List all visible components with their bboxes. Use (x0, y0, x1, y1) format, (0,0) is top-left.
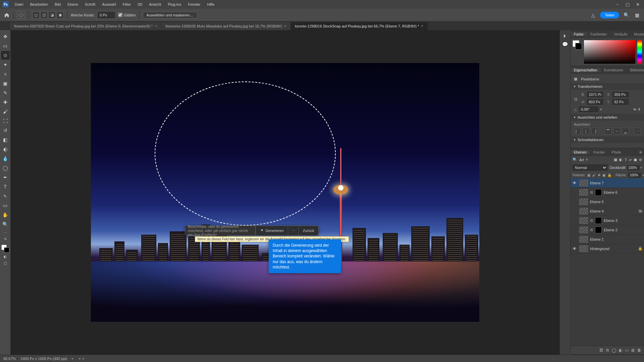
maximize-icon[interactable]: ▢ (624, 2, 631, 7)
antialias-checkbox[interactable] (118, 13, 122, 17)
search-icon[interactable]: 🔍 (623, 11, 630, 19)
filter-smart-icon[interactable]: ▣ (634, 158, 637, 162)
layer-row[interactable]: Ebene 4fx (571, 206, 644, 216)
eraser-tool-icon[interactable]: ◧ (1, 135, 10, 144)
layer-row[interactable]: 👁Hintergrund🔒 (571, 244, 644, 253)
layer-row[interactable]: ⛓Ebene 3 (571, 216, 644, 225)
filter-pixel-icon[interactable]: ▦ (614, 158, 617, 162)
generate-button[interactable]: Generieren (256, 226, 288, 235)
opacity-dropdown-icon[interactable]: ▾ (640, 166, 642, 169)
menu-item-bild[interactable]: Bild (51, 1, 64, 8)
shape-tool-icon[interactable]: ▭ (1, 201, 10, 210)
panel-tab[interactable]: Korrekturen (601, 68, 627, 72)
align-top-icon[interactable]: ▔ (605, 128, 611, 134)
visibility-toggle-icon[interactable]: 👁 (572, 181, 577, 185)
panel-tab[interactable]: Kanäle (590, 150, 608, 154)
filter-toggle-icon[interactable]: ⊘ (639, 158, 642, 162)
comments-panel-icon[interactable]: 💬 (562, 42, 568, 47)
hue-strip[interactable] (637, 40, 642, 64)
height-input[interactable] (587, 99, 603, 105)
panel-tab[interactable]: Muster (631, 32, 644, 36)
fill-input[interactable] (629, 173, 641, 178)
nav-next-icon[interactable]: ▸ (83, 356, 85, 361)
filter-adjust-icon[interactable]: ◐ (619, 158, 623, 162)
healing-tool-icon[interactable]: ✚ (1, 98, 10, 107)
delete-layer-icon[interactable]: 🗑 (637, 348, 641, 353)
back-button[interactable]: Zurück (299, 226, 318, 235)
panel-tab[interactable]: Verläufe (610, 32, 631, 36)
path-select-tool-icon[interactable]: ↖ (1, 192, 10, 200)
layer-mask-icon[interactable]: ◯ (612, 348, 616, 353)
angle-dropdown-icon[interactable]: ▾ (600, 107, 602, 112)
align-left-icon[interactable]: ▏ (574, 128, 581, 134)
tool-preset-icon[interactable] (17, 11, 25, 19)
document-canvas[interactable]: Beschreibe, was du generieren möchtest, … (91, 63, 479, 322)
history-brush-tool-icon[interactable]: ↺ (1, 126, 10, 135)
color-picker[interactable] (571, 38, 644, 66)
more-tools-icon[interactable]: ⋯ (1, 229, 10, 235)
hand-tool-icon[interactable]: ✋ (1, 210, 10, 219)
share-button[interactable]: Teilen (600, 12, 619, 18)
move-tool-icon[interactable]: ✥ (1, 32, 10, 41)
lasso-tool-icon[interactable]: ⊙ (1, 51, 10, 60)
edit-toolbar-icon[interactable]: ✎ (1, 236, 10, 242)
panel-tab[interactable]: Bibliotheken (627, 68, 644, 72)
quickmask-icon[interactable]: ◐ (1, 253, 10, 259)
panel-tab[interactable]: Farbfelder (587, 32, 610, 36)
align-hcenter-icon[interactable]: │ (583, 128, 589, 134)
intersect-selection-icon[interactable]: ▣ (56, 11, 64, 19)
menu-item-datei[interactable]: Datei (11, 1, 27, 8)
close-icon[interactable]: ✕ (634, 2, 641, 7)
document-tab[interactable]: fireworks-5007820 Briam Cute auf Pixabay… (10, 22, 161, 30)
transform-section-header[interactable]: ▾Transformieren (571, 83, 644, 90)
home-icon[interactable] (3, 12, 10, 18)
layer-row[interactable]: Ebene 5 (571, 197, 644, 206)
panel-tab[interactable]: Farbe (571, 32, 587, 36)
color-field[interactable] (584, 40, 635, 64)
menu-item-ansicht[interactable]: Ansicht (146, 1, 164, 8)
flip-v-icon[interactable]: ⥮ (638, 107, 641, 112)
eyedropper-tool-icon[interactable]: ✎ (1, 88, 10, 97)
panel-menu-icon[interactable]: ≡ (637, 149, 644, 155)
distribute-more-icon[interactable]: ⋯ (634, 128, 641, 134)
tab-close-icon[interactable]: × (421, 24, 423, 28)
layer-style-icon[interactable]: fx (606, 348, 609, 353)
opacity-input[interactable] (627, 165, 639, 170)
screenmode-icon[interactable]: ▢ (1, 260, 10, 266)
blur-tool-icon[interactable]: 💧 (1, 154, 10, 163)
panel-tab[interactable]: Pfade (608, 150, 625, 154)
nav-prev-icon[interactable]: ◂ (78, 356, 80, 361)
panel-tab[interactable]: Eigenschaften (571, 68, 601, 72)
panel-tab[interactable]: Ebenen (571, 150, 590, 154)
adjustment-layer-icon[interactable]: ◐ (619, 348, 622, 353)
generative-prompt-input[interactable]: Beschreibe, was du generieren möchtest, … (185, 226, 256, 235)
mask-link-icon[interactable]: ⛓ (590, 191, 593, 194)
new-selection-icon[interactable]: ◻ (32, 11, 40, 19)
tab-close-icon[interactable]: × (155, 24, 157, 28)
flip-h-icon[interactable]: ⇋ (633, 107, 636, 112)
add-selection-icon[interactable]: ◫ (40, 11, 48, 19)
select-and-mask-button[interactable]: Auswählen und maskieren… (143, 12, 197, 18)
zoom-tool-icon[interactable]: 🔍 (1, 220, 10, 229)
crop-tool-icon[interactable]: ⌗ (1, 70, 10, 78)
subtract-selection-icon[interactable]: ◪ (48, 11, 56, 19)
align-vcenter-icon[interactable]: ─ (613, 128, 620, 134)
menu-item-schrift[interactable]: Schrift (82, 1, 99, 8)
link-wh-icon[interactable]: ⛓ (574, 97, 578, 101)
align-section-header[interactable]: ▾Ausrichten und verteilen (571, 114, 644, 121)
creative-cloud-icon[interactable]: △ (589, 11, 597, 19)
filter-dropdown-icon[interactable]: ▾ (586, 158, 588, 162)
menu-item-plug-ins[interactable]: Plug-ins (164, 1, 184, 8)
type-tool-icon[interactable]: T (1, 182, 10, 191)
fill-dropdown-icon[interactable]: ▾ (643, 174, 644, 177)
document-tab[interactable]: fireworks-1586035 Muto Masataka auf Pixa… (161, 22, 291, 30)
brush-tool-icon[interactable]: 🖌 (1, 107, 10, 116)
menu-item-bearbeiten[interactable]: Bearbeiten (27, 1, 51, 8)
lock-all-icon[interactable]: 🔒 (607, 173, 611, 177)
align-right-icon[interactable]: ▕ (591, 128, 598, 134)
layer-row[interactable]: ⛓Ebene 2 (571, 225, 644, 235)
layer-row[interactable]: 👁Ebene 7 (571, 178, 644, 188)
blend-mode-select[interactable]: Normal (573, 165, 607, 171)
menu-item-auswahl[interactable]: Auswahl (99, 1, 119, 8)
zoom-level[interactable]: 66,67% (3, 357, 16, 361)
